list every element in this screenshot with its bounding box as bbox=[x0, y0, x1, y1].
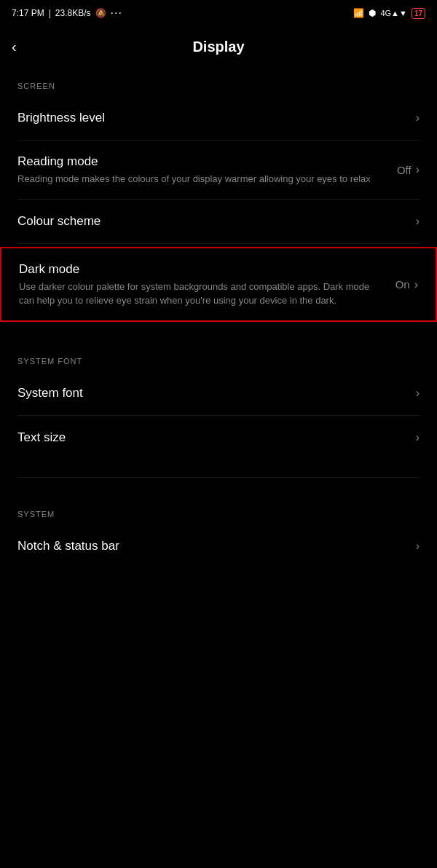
dark-mode-title: Dark mode bbox=[19, 261, 387, 277]
dark-mode-chevron-icon: › bbox=[414, 278, 418, 291]
time: 7:17 PM bbox=[12, 8, 44, 18]
notch-status-bar-item[interactable]: Notch & status bar › bbox=[0, 524, 437, 568]
divider-3 bbox=[17, 243, 420, 244]
battery-level: 17 bbox=[414, 9, 422, 17]
colour-scheme-title: Colour scheme bbox=[17, 213, 407, 229]
text-size-right: › bbox=[416, 431, 420, 444]
status-bar: 7:17 PM | 23.8KB/s 🔕 ··· 📶 ⬢ 4G▲▼ 17 bbox=[0, 0, 437, 26]
back-button[interactable]: ‹ bbox=[12, 36, 23, 58]
separator: | bbox=[49, 8, 51, 18]
network-speed: 23.8KB/s bbox=[55, 8, 91, 18]
section-system-font: SYSTEM FONT System font › Text size › bbox=[0, 342, 437, 459]
section-header-screen: SCREEN bbox=[0, 67, 437, 96]
mute-icon: 🔕 bbox=[95, 8, 106, 18]
brightness-level-content: Brightness level bbox=[17, 110, 416, 126]
notch-status-bar-right: › bbox=[416, 540, 420, 553]
system-font-item[interactable]: System font › bbox=[0, 371, 437, 415]
text-size-title: Text size bbox=[17, 430, 407, 446]
section-header-system-font: SYSTEM FONT bbox=[0, 342, 437, 371]
system-font-content: System font bbox=[17, 385, 416, 401]
reading-mode-item[interactable]: Reading mode Reading mode makes the colo… bbox=[0, 141, 437, 199]
reading-mode-right: Off › bbox=[397, 163, 420, 176]
dark-mode-right: On › bbox=[395, 278, 418, 291]
colour-scheme-content: Colour scheme bbox=[17, 213, 416, 229]
reading-mode-chevron-icon: › bbox=[416, 163, 420, 176]
page-title: Display bbox=[15, 39, 422, 55]
section-header-system: SYSTEM bbox=[0, 495, 437, 524]
notch-status-bar-title: Notch & status bar bbox=[17, 538, 407, 554]
signal-icon: 4G▲▼ bbox=[380, 9, 406, 17]
text-size-item[interactable]: Text size › bbox=[0, 416, 437, 459]
colour-scheme-chevron-icon: › bbox=[416, 215, 420, 228]
reading-mode-value: Off bbox=[397, 164, 412, 176]
reading-mode-subtitle: Reading mode makes the colours of your d… bbox=[17, 173, 388, 186]
gap-1 bbox=[0, 325, 437, 342]
bluetooth-icon: ⬢ bbox=[369, 8, 376, 18]
dark-mode-content: Dark mode Use darker colour palette for … bbox=[19, 261, 395, 307]
colour-scheme-item[interactable]: Colour scheme › bbox=[0, 200, 437, 243]
system-font-title: System font bbox=[17, 385, 407, 401]
reading-mode-content: Reading mode Reading mode makes the colo… bbox=[17, 154, 397, 186]
dark-mode-item[interactable]: Dark mode Use darker colour palette for … bbox=[0, 247, 437, 321]
dark-mode-value: On bbox=[395, 278, 410, 291]
brightness-chevron-icon: › bbox=[416, 111, 420, 125]
system-font-chevron-icon: › bbox=[416, 387, 420, 400]
text-size-chevron-icon: › bbox=[416, 431, 420, 444]
brightness-level-right: › bbox=[416, 111, 420, 125]
brightness-level-title: Brightness level bbox=[17, 110, 407, 126]
section-system: SYSTEM Notch & status bar › bbox=[0, 495, 437, 568]
wifi-icon: 📶 bbox=[353, 8, 364, 18]
gap-2 bbox=[0, 459, 437, 477]
page-header: ‹ Display bbox=[0, 26, 437, 67]
status-right: 📶 ⬢ 4G▲▼ 17 bbox=[353, 8, 425, 19]
notch-status-bar-content: Notch & status bar bbox=[17, 538, 416, 554]
reading-mode-title: Reading mode bbox=[17, 154, 388, 170]
gap-3 bbox=[0, 478, 437, 495]
status-left: 7:17 PM | 23.8KB/s 🔕 ··· bbox=[12, 7, 122, 20]
brightness-level-item[interactable]: Brightness level › bbox=[0, 96, 437, 140]
system-font-right: › bbox=[416, 387, 420, 400]
colour-scheme-right: › bbox=[416, 215, 420, 228]
section-screen: SCREEN Brightness level › Reading mode R… bbox=[0, 67, 437, 322]
battery-icon: 17 bbox=[412, 8, 425, 19]
text-size-content: Text size bbox=[17, 430, 416, 446]
notch-status-bar-chevron-icon: › bbox=[416, 540, 420, 553]
dots-icon: ··· bbox=[111, 7, 122, 20]
dark-mode-subtitle: Use darker colour palette for system bac… bbox=[19, 280, 387, 307]
